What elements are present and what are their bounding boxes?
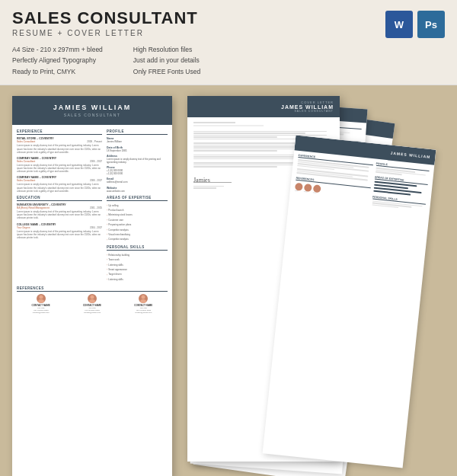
profile-address-field: Address Lorem ipsum is simply dummy text… <box>107 155 168 164</box>
features-left: A4 Size - 210 x 297mm + bleed Perfectly … <box>12 44 103 77</box>
experience-section-title: EXPERIENCE <box>17 129 102 135</box>
cover-letter-role: SALES CONSULTANT <box>281 110 334 113</box>
svg-point-2 <box>90 296 94 299</box>
header: SALES CONSULTANT RESUME + COVER LETTER W… <box>0 0 457 85</box>
experience-entry-1: RETAIL STORE – COVENTRY Sales Consultant… <box>17 137 102 154</box>
app-icons: W Ps <box>385 11 445 38</box>
experience-entry-2: COMPANY NAME – COVENTRY Sales Consultant… <box>17 157 102 174</box>
profile-website-field: Website www.website.com <box>107 187 168 193</box>
subtitle: RESUME + COVER LETTER <box>12 29 198 37</box>
education-entry-1: NUNEATON UNIVERSITY – COVENTRY BA (Hons)… <box>17 203 102 220</box>
svg-point-1 <box>38 299 44 303</box>
page-background: SALES CONSULTANT RESUME + COVER LETTER W… <box>0 0 457 476</box>
references-section-title: REFERENCES <box>17 286 168 292</box>
education-entry-2: COLLEGE NAME – COVENTRY Your Degree 2004… <box>17 223 102 240</box>
resume-left-column: EXPERIENCE RETAIL STORE – COVENTRY Sales… <box>17 129 102 282</box>
profile-name-field: Name Jamies William <box>107 137 168 143</box>
title-block: SALES CONSULTANT RESUME + COVER LETTER <box>12 9 198 37</box>
svg-point-4 <box>142 296 145 299</box>
personal-skill-item: Listening skills <box>107 277 168 282</box>
features: A4 Size - 210 x 297mm + bleed Perfectly … <box>12 44 445 77</box>
svg-point-3 <box>89 299 95 303</box>
expertise-section-title: AREAS OF EXPERTISE <box>107 196 168 201</box>
cover-letter-name: JAMES WILLIAM <box>281 104 334 110</box>
ps-icon: Ps <box>417 11 445 38</box>
profile-email-field: Email address@email.com <box>107 177 168 184</box>
resume-name: JAMIES WILLIAM <box>18 104 166 111</box>
profile-section-title: PROFILE <box>107 129 168 135</box>
reference-2: CONTACT NAME Job Title +00 (0)0000 0000 … <box>68 294 116 314</box>
resume-header: JAMIES WILLIAM SALES CONSULTANT <box>12 96 172 125</box>
main-title: SALES CONSULTANT <box>12 9 198 27</box>
svg-point-5 <box>140 299 146 303</box>
word-icon: W <box>385 11 413 38</box>
reference-3: CONTACT NAME Job Title +00 (0)0000 0000 … <box>120 294 168 314</box>
profile-phone-field: Phone +1 (0) 000 0000+1 (0) 000 0000 <box>107 166 168 175</box>
resume-preview: JAMIES WILLIAM SALES CONSULTANT EXPERIEN… <box>12 96 172 476</box>
personal-skills-section-title: PERSONAL SKILLS <box>107 245 168 251</box>
svg-point-0 <box>39 296 43 299</box>
content-area: JAMIES WILLIAM SALES CONSULTANT EXPERIEN… <box>0 85 457 476</box>
reference-1: CONTACT NAME Job Title +00 (0)0000 0000 … <box>17 294 65 314</box>
experience-entry-3: COMPANY NAME – COVENTRY Sales Consultant… <box>17 176 102 193</box>
education-section-title: EDUCATION <box>17 196 102 201</box>
features-right: High Resolution files Just add in your d… <box>133 44 200 77</box>
resume-body: EXPERIENCE RETAIL STORE – COVENTRY Sales… <box>12 125 172 286</box>
resume-right-column: PROFILE Name Jamies William Date of Birt… <box>107 129 168 282</box>
expertise-item: Competitor analysis <box>107 238 168 242</box>
documents-stack: JAMES WILLIAM EXPERIENCE PROFILE <box>180 96 445 476</box>
references-list: CONTACT NAME Job Title +00 (0)0000 0000 … <box>17 294 168 314</box>
references-section: REFERENCES CONTACT NAME Job Title +00 (0… <box>12 286 172 317</box>
profile-dob-field: Date of Birth 18 September 1985 <box>107 146 168 152</box>
resume-role: SALES CONSULTANT <box>18 113 166 117</box>
cover-letter-header: COVER LETTER JAMES WILLIAM SALES CONSULT… <box>187 96 340 117</box>
